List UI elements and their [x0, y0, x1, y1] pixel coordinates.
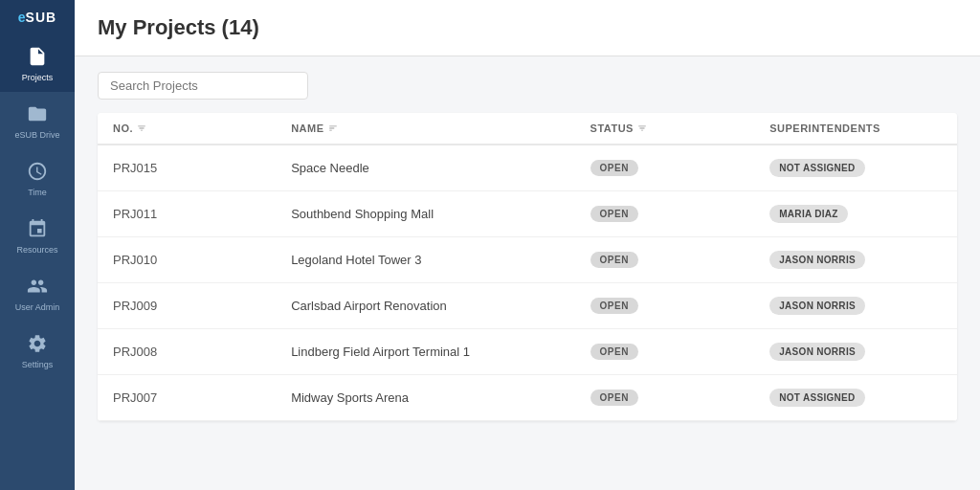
super-badge: JASON NORRIS — [769, 343, 865, 361]
super-badge: NOT ASSIGNED — [769, 159, 864, 177]
cell-super-0: NOT ASSIGNED — [754, 145, 957, 191]
super-badge: NOT ASSIGNED — [769, 389, 864, 407]
content-area: NO. NAME STATUS — [75, 56, 980, 490]
super-badge: JASON NORRIS — [769, 297, 865, 315]
table-row[interactable]: PRJ009 Carlsbad Airport Renovation OPEN … — [98, 283, 957, 329]
cell-name-5: Midway Sports Arena — [276, 375, 574, 421]
sidebar-item-esub-drive[interactable]: eSUB Drive — [0, 92, 75, 149]
super-badge: JASON NORRIS — [769, 251, 865, 269]
sidebar: eSUB Projects eSUB Drive Time — [0, 0, 75, 490]
cell-status-4: OPEN — [575, 329, 755, 375]
settings-icon — [25, 331, 50, 356]
time-icon — [25, 159, 50, 184]
sidebar-item-projects-label: Projects — [22, 73, 54, 82]
status-badge: OPEN — [590, 252, 638, 268]
status-badge: OPEN — [590, 160, 638, 176]
table-row[interactable]: PRJ010 Legoland Hotel Tower 3 OPEN JASON… — [98, 237, 957, 283]
table-header-row: NO. NAME STATUS — [98, 113, 957, 145]
drive-icon — [25, 101, 50, 126]
resources-icon — [25, 216, 50, 241]
cell-super-5: NOT ASSIGNED — [754, 375, 957, 421]
main-content: My Projects (14) NO. NAME — [75, 0, 980, 490]
search-bar — [98, 72, 957, 100]
col-header-name[interactable]: NAME — [276, 113, 574, 145]
search-input[interactable] — [98, 72, 308, 100]
cell-status-2: OPEN — [575, 237, 755, 283]
sidebar-item-user-admin[interactable]: User Admin — [0, 264, 75, 322]
sidebar-item-resources-label: Resources — [16, 245, 57, 255]
projects-icon — [25, 44, 50, 69]
cell-status-5: OPEN — [575, 375, 755, 421]
super-badge: MARIA DIAZ — [769, 205, 848, 223]
status-badge: OPEN — [590, 390, 638, 406]
sidebar-item-settings[interactable]: Settings — [0, 322, 75, 379]
cell-super-1: MARIA DIAZ — [754, 191, 957, 237]
cell-super-4: JASON NORRIS — [754, 329, 957, 375]
col-header-superintendents: SUPERINTENDENTS — [754, 113, 957, 145]
table-row[interactable]: PRJ007 Midway Sports Arena OPEN NOT ASSI… — [98, 375, 957, 421]
cell-name-1: Southbend Shopping Mall — [276, 191, 574, 237]
sidebar-item-esub-drive-label: eSUB Drive — [14, 130, 59, 140]
cell-no-2: PRJ010 — [98, 237, 276, 283]
logo-bar: eSUB — [0, 0, 75, 34]
cell-name-4: Lindberg Field Airport Terminal 1 — [276, 329, 574, 375]
cell-name-0: Space Needle — [276, 145, 574, 191]
table-row[interactable]: PRJ008 Lindberg Field Airport Terminal 1… — [98, 329, 957, 375]
table-row[interactable]: PRJ011 Southbend Shopping Mall OPEN MARI… — [98, 191, 957, 237]
cell-status-3: OPEN — [575, 283, 755, 329]
status-badge: OPEN — [590, 344, 638, 360]
logo-e: e — [18, 10, 26, 25]
user-admin-icon — [25, 274, 50, 299]
cell-super-3: JASON NORRIS — [754, 283, 957, 329]
table-row[interactable]: PRJ015 Space Needle OPEN NOT ASSIGNED — [98, 145, 957, 191]
cell-super-2: JASON NORRIS — [754, 237, 957, 283]
cell-no-4: PRJ008 — [98, 329, 276, 375]
logo-text: SUB — [26, 10, 57, 25]
page-header: My Projects (14) — [75, 0, 980, 56]
sidebar-item-time[interactable]: Time — [0, 149, 75, 207]
sidebar-item-user-admin-label: User Admin — [15, 302, 60, 312]
cell-name-3: Carlsbad Airport Renovation — [276, 283, 574, 329]
cell-name-2: Legoland Hotel Tower 3 — [276, 237, 574, 283]
status-badge: OPEN — [590, 298, 638, 314]
sidebar-item-resources[interactable]: Resources — [0, 207, 75, 264]
projects-table: NO. NAME STATUS — [98, 113, 957, 421]
sidebar-item-time-label: Time — [28, 188, 47, 197]
cell-status-1: OPEN — [575, 191, 755, 237]
cell-no-3: PRJ009 — [98, 283, 276, 329]
cell-no-0: PRJ015 — [98, 145, 276, 191]
cell-no-1: PRJ011 — [98, 191, 276, 237]
col-header-status[interactable]: STATUS — [575, 113, 755, 145]
cell-no-5: PRJ007 — [98, 375, 276, 421]
page-title: My Projects (14) — [98, 15, 957, 40]
status-badge: OPEN — [590, 206, 638, 222]
sidebar-item-settings-label: Settings — [22, 360, 54, 369]
sidebar-item-projects[interactable]: Projects — [0, 34, 75, 92]
col-header-no[interactable]: NO. — [98, 113, 276, 145]
table-body: PRJ015 Space Needle OPEN NOT ASSIGNED PR… — [98, 145, 957, 421]
cell-status-0: OPEN — [575, 145, 755, 191]
